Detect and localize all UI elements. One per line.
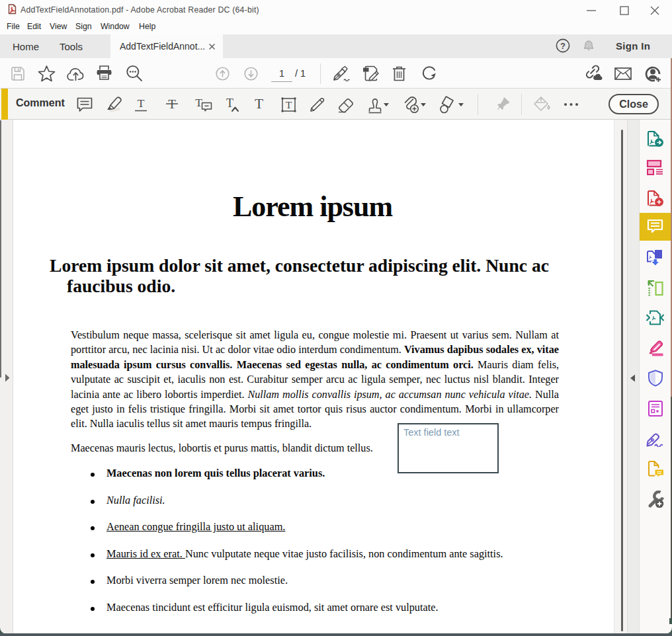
svg-text:T: T	[226, 97, 233, 110]
svg-text:T: T	[286, 99, 292, 110]
svg-text:T: T	[138, 97, 145, 110]
svg-text:T: T	[195, 96, 202, 109]
svg-text:T: T	[255, 96, 263, 112]
svg-text:?: ?	[560, 41, 566, 51]
